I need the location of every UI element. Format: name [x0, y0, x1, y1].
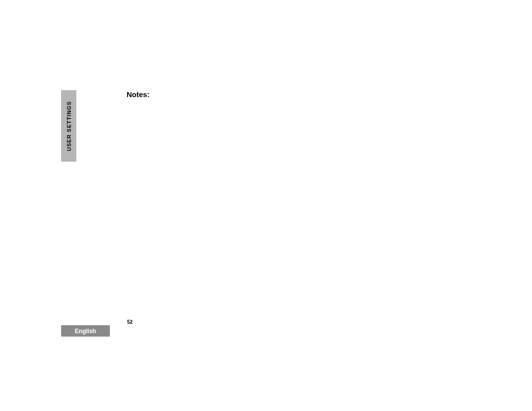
language-label: English	[75, 328, 96, 335]
section-tab-label: User Settings	[66, 101, 72, 151]
notes-heading: Notes:	[127, 90, 150, 99]
section-tab: User Settings	[61, 90, 76, 162]
language-tab: English	[61, 325, 110, 337]
page-number: 52	[127, 319, 133, 325]
